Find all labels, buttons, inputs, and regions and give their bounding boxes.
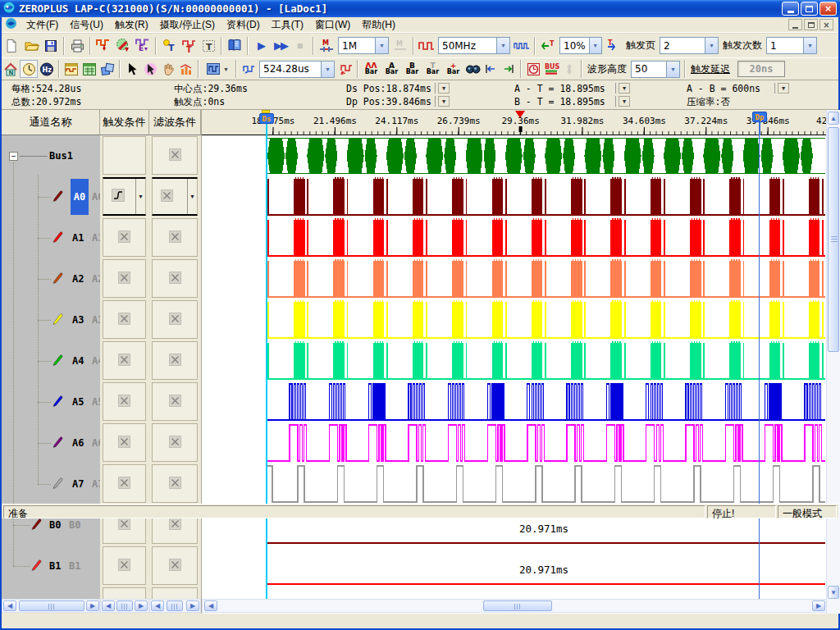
minimize-button[interactable] <box>782 2 799 16</box>
channel-row-B1[interactable]: B1 B1 <box>2 546 100 587</box>
bus-row[interactable]: − Bus1 <box>2 135 100 176</box>
run-repeat-button[interactable]: ▶▶ <box>271 36 290 56</box>
scroll-thumb[interactable] <box>483 600 552 611</box>
trigger-pulse-icon[interactable]: T <box>179 36 199 56</box>
list-window-icon[interactable] <box>80 60 98 78</box>
t-bar-button[interactable]: TBar <box>422 59 443 79</box>
trigger-cell-bus[interactable] <box>103 136 146 175</box>
waveform-area[interactable]: 18.875ms21.496ms24.117ms26.739ms29.36ms3… <box>201 110 826 614</box>
filter-cell-extra[interactable] <box>152 587 198 599</box>
find-icon[interactable] <box>463 60 482 78</box>
filter-cell-A0[interactable]: ▼ <box>152 177 198 216</box>
filter-cell-A7[interactable] <box>152 464 198 503</box>
filter-cell-B1[interactable] <box>152 546 198 585</box>
trigger-page-combo[interactable]: 2▼ <box>660 37 719 54</box>
trigger-pos-right-icon[interactable]: T <box>604 36 623 56</box>
chevron-down-icon[interactable]: ▼ <box>589 38 601 53</box>
chevron-down-icon[interactable]: ▼ <box>321 62 334 77</box>
navigator-icon[interactable] <box>98 60 116 78</box>
menu-trigger[interactable]: 触发(R) <box>109 16 154 34</box>
plus-bar-button[interactable]: +Bar <box>443 59 463 79</box>
mdi-minimize-button[interactable] <box>788 19 802 30</box>
menu-tools[interactable]: 工具(T) <box>266 16 309 34</box>
analyzer-icon[interactable] <box>225 36 244 56</box>
previous-zoom-icon[interactable] <box>336 60 354 78</box>
home-icon[interactable]: N <box>2 60 20 78</box>
filter-cell-A6[interactable] <box>152 423 198 462</box>
scroll-thumb[interactable] <box>828 127 839 352</box>
chevron-down-icon[interactable]: ▼ <box>496 38 509 53</box>
clock-icon[interactable] <box>20 60 38 78</box>
chevron-down-icon[interactable]: ▼ <box>803 38 816 53</box>
dp-marker[interactable]: Dp <box>752 112 767 122</box>
collapse-icon[interactable]: − <box>9 152 18 161</box>
restore-button[interactable] <box>801 2 818 16</box>
channel-row-A6[interactable]: A6 A6 <box>2 422 100 463</box>
trigger-cell-B1[interactable] <box>103 546 146 585</box>
trigger-cell-A4[interactable] <box>103 341 146 380</box>
ds-pos-dropdown[interactable]: ▼ <box>438 83 450 94</box>
menu-signal[interactable]: 信号(U) <box>64 16 109 34</box>
memory-depth-combo[interactable]: 1M▼ <box>338 37 389 54</box>
menu-window[interactable]: 窗口(W) <box>309 16 356 34</box>
channel-row-A7[interactable]: A7 A7 <box>2 463 100 504</box>
trigger-position-marker[interactable] <box>515 111 525 118</box>
menu-help[interactable]: 帮助(H) <box>356 16 401 34</box>
sample-rate-icon[interactable] <box>417 36 436 56</box>
zoom-combo[interactable]: 524.28us▼ <box>259 61 335 78</box>
trigger-count-combo[interactable]: 1▼ <box>766 37 817 54</box>
trigger-cell-A2[interactable] <box>103 259 146 298</box>
select-tool-icon[interactable] <box>141 60 159 78</box>
noise-filter-icon[interactable] <box>524 60 542 78</box>
stop-button[interactable]: ■ <box>290 36 310 56</box>
trigger-cell-A6[interactable] <box>103 423 146 462</box>
trigger-pos-left-icon[interactable]: T <box>538 36 558 56</box>
print-button[interactable] <box>67 36 87 56</box>
trigger-cell-A5[interactable] <box>103 382 146 421</box>
filter-cell-bus[interactable] <box>152 136 198 175</box>
pointer-tool-icon[interactable] <box>123 60 141 78</box>
scroll-left-icon[interactable]: ◀ <box>151 600 164 611</box>
scroll-down-icon[interactable]: ▼ <box>828 586 839 599</box>
scroll-left-icon[interactable]: ◀ <box>204 600 217 611</box>
sampling-setup-icon[interactable] <box>94 36 113 56</box>
close-button[interactable]: × <box>819 2 837 16</box>
go-next-icon[interactable] <box>500 60 518 78</box>
channel-row-A2[interactable]: A2 A2 <box>2 258 100 299</box>
trigger-cell-A3[interactable] <box>103 300 146 339</box>
waveform-window-icon[interactable] <box>62 60 80 78</box>
chevron-down-icon[interactable]: ▼ <box>666 62 679 77</box>
menu-acquire[interactable]: 摄取/停止(S) <box>154 16 221 34</box>
trigger-pos-combo[interactable]: 10%▼ <box>559 37 602 54</box>
channel-row-A1[interactable]: A1 A1 <box>2 217 100 258</box>
scroll-left-icon[interactable]: ◀ <box>102 600 115 611</box>
bus-property-icon[interactable]: E <box>133 36 153 56</box>
frequency-icon[interactable]: Hz <box>38 60 56 78</box>
memory-depth-icon[interactable]: M <box>317 36 336 56</box>
trigger-delay-label[interactable]: 触发延迟 <box>691 62 730 76</box>
open-file-button[interactable] <box>21 36 41 56</box>
channel-row-A5[interactable]: A5 A5 <box>2 381 100 422</box>
filter-cell-A4[interactable] <box>152 341 198 380</box>
trigger-cell-A0[interactable]: ▼ <box>103 177 146 216</box>
trigger-cell-extra[interactable] <box>103 587 146 599</box>
wave-bar-button[interactable]: ΛΛBar <box>361 59 381 79</box>
chevron-down-icon[interactable]: ▼ <box>135 179 145 214</box>
filter-cell-A3[interactable] <box>152 300 198 339</box>
scroll-thumb[interactable] <box>167 600 183 611</box>
scroll-left-icon[interactable]: ◀ <box>3 600 16 611</box>
trigger-setup-icon[interactable] <box>113 36 133 56</box>
trigger-cell-A7[interactable] <box>103 464 146 503</box>
save-button[interactable] <box>41 36 61 56</box>
trigger-range-icon[interactable]: T <box>199 36 218 56</box>
a-bar-button[interactable]: ABar <box>381 59 402 79</box>
menu-data[interactable]: 资料(D) <box>221 16 266 34</box>
chevron-down-icon[interactable]: ▼ <box>705 38 718 53</box>
filter-cell-A5[interactable] <box>152 382 198 421</box>
mdi-restore-button[interactable] <box>804 19 818 30</box>
scroll-right-icon[interactable]: ▶ <box>812 600 825 611</box>
zoom-wave-icon[interactable] <box>240 60 258 78</box>
scroll-right-icon[interactable]: ▶ <box>135 600 148 611</box>
scroll-up-icon[interactable]: ▲ <box>828 112 839 125</box>
scroll-thumb[interactable] <box>116 600 133 611</box>
